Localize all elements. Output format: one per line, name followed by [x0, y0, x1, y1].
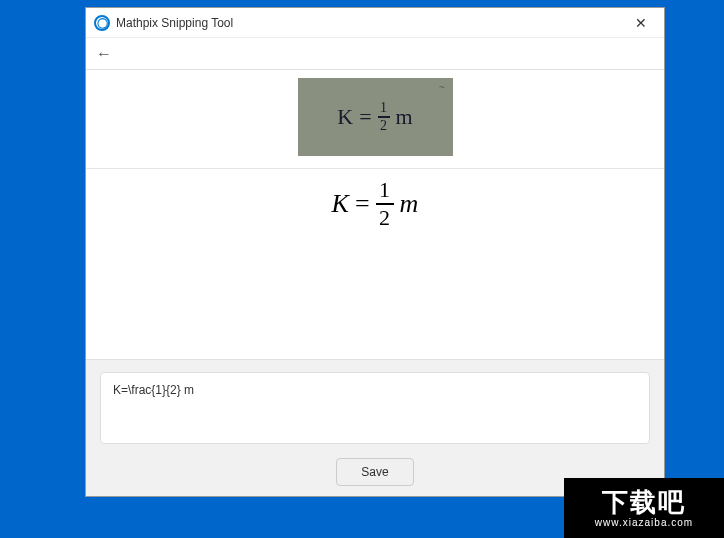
math-fraction: 1 2: [376, 179, 394, 229]
content-area: ~ K = 1 2 m K = 1: [86, 70, 664, 496]
close-button[interactable]: ✕: [626, 9, 656, 37]
handwriting-equation: K = 1 2 m: [337, 101, 412, 133]
titlebar: ◯ Mathpix Snipping Tool ✕: [86, 8, 664, 38]
hw-var-m: m: [396, 104, 413, 130]
handwriting-image: ~ K = 1 2 m: [298, 78, 453, 156]
hw-equals: =: [359, 104, 371, 130]
rendered-math-section: K = 1 2 m: [86, 169, 664, 247]
window-title: Mathpix Snipping Tool: [116, 16, 626, 30]
rendered-equation: K = 1 2 m: [332, 179, 419, 229]
hw-numerator: 1: [380, 101, 387, 115]
app-icon: ◯: [94, 15, 110, 31]
back-button[interactable]: ←: [96, 45, 112, 63]
image-artifact: ~: [439, 82, 445, 93]
math-var-k: K: [332, 189, 349, 219]
content-spacer: [86, 247, 664, 360]
math-var-m: m: [400, 189, 419, 219]
hw-denominator: 2: [380, 119, 387, 133]
latex-input[interactable]: [100, 372, 650, 444]
watermark-text: 下载吧: [602, 489, 686, 515]
hw-var-k: K: [337, 104, 353, 130]
math-equals: =: [355, 189, 370, 219]
watermark: 下载吧 www.xiazaiba.com: [564, 478, 724, 538]
snip-image-section: ~ K = 1 2 m: [86, 70, 664, 168]
math-denominator: 2: [379, 207, 390, 229]
hw-fraction: 1 2: [378, 101, 390, 133]
app-window: ◯ Mathpix Snipping Tool ✕ ← ~ K = 1 2 m: [85, 7, 665, 497]
input-section: Save: [86, 359, 664, 496]
save-button[interactable]: Save: [336, 458, 413, 486]
math-numerator: 1: [379, 179, 390, 201]
watermark-url: www.xiazaiba.com: [595, 517, 693, 528]
toolbar: ←: [86, 38, 664, 70]
